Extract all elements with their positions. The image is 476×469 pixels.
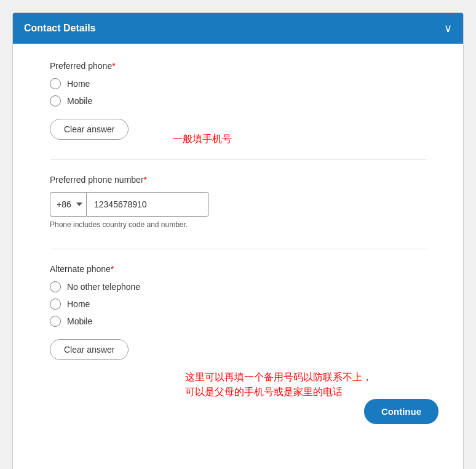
alternate-phone-no-other-label: No other telephone [67,282,140,292]
card-header: Contact Details ∨ [13,13,463,44]
preferred-phone-home-radio[interactable] [50,78,61,89]
preferred-phone-mobile-label: Mobile [67,96,92,106]
preferred-phone-home-option[interactable]: Home [50,78,426,89]
phone-input-row: +86 +1 +44 +61 +81 [50,192,426,217]
contact-details-card: Contact Details ∨ Preferred phone* Home … [12,12,464,469]
card-title: Contact Details [24,23,95,34]
phone-number-input[interactable] [86,192,209,217]
alternate-phone-mobile-option[interactable]: Mobile [50,316,426,327]
preferred-phone-clear-button[interactable]: Clear answer [50,119,129,140]
preferred-phone-number-section: Preferred phone number* +86 +1 +44 +61 +… [50,175,426,229]
alternate-phone-annotation: 这里可以再填一个备用号码以防联系不上， 可以是父母的手机号或是家里的电话 [185,370,372,399]
preferred-phone-radio-group: Home Mobile [50,78,426,106]
collapse-icon[interactable]: ∨ [444,22,452,35]
alternate-phone-home-option[interactable]: Home [50,299,426,310]
alternate-phone-label: Alternate phone* [50,264,426,274]
country-code-select[interactable]: +86 +1 +44 +61 +81 [50,192,86,217]
preferred-phone-home-label: Home [67,79,90,89]
preferred-phone-section: Preferred phone* Home Mobile Clear answe… [50,61,426,140]
alternate-phone-radio-group: No other telephone Home Mobile [50,281,426,327]
preferred-phone-label: Preferred phone* [50,61,426,71]
preferred-phone-mobile-radio[interactable] [50,95,61,106]
alternate-phone-mobile-label: Mobile [67,316,92,326]
preferred-phone-mobile-option[interactable]: Mobile [50,95,426,106]
alternate-phone-home-label: Home [67,299,90,309]
preferred-phone-annotation: 一般填手机号 [173,133,232,146]
alternate-phone-mobile-radio[interactable] [50,316,61,327]
alternate-phone-clear-button[interactable]: Clear answer [50,339,129,360]
card-body: Preferred phone* Home Mobile Clear answe… [13,44,463,441]
section-divider-1 [50,159,426,160]
phone-hint-text: Phone includes country code and number. [50,220,426,229]
continue-button[interactable]: Continue [364,399,438,424]
alternate-phone-no-other-radio[interactable] [50,281,61,292]
alternate-phone-section: Alternate phone* No other telephone Home… [50,264,426,360]
section-divider-2 [50,249,426,249]
preferred-phone-number-label: Preferred phone number* [50,175,426,185]
alternate-phone-home-radio[interactable] [50,299,61,310]
alternate-phone-no-other-option[interactable]: No other telephone [50,281,426,292]
